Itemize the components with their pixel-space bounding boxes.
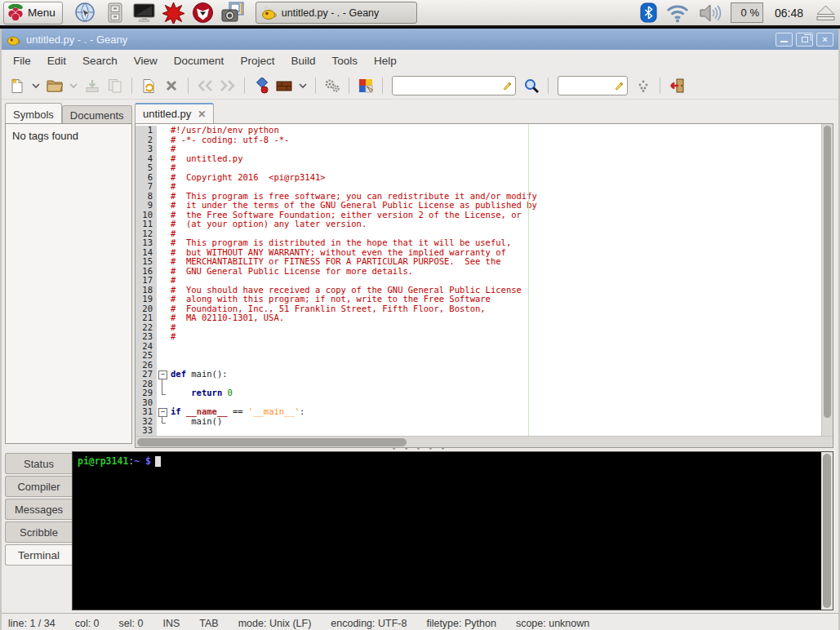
goto-line-button[interactable] <box>633 74 654 97</box>
file-manager-launcher[interactable] <box>100 1 130 25</box>
color-chooser-button[interactable] <box>355 74 376 97</box>
terminal[interactable]: pi@rp3141:~ $ <box>73 452 821 610</box>
menu-tools[interactable]: Tools <box>323 51 366 70</box>
menu-file[interactable]: File <box>5 51 39 70</box>
open-file-button[interactable] <box>44 74 65 97</box>
panel-tab-status[interactable]: Status <box>5 453 72 474</box>
code-line: 2# -*- coding: utf-8 -*- <box>136 135 821 145</box>
code-line: 31if __name__ == '__main__': <box>136 407 821 417</box>
close-file-icon <box>164 78 179 93</box>
nav-back-icon <box>196 78 214 93</box>
nav-forward-button[interactable] <box>217 74 238 97</box>
close-button[interactable]: × <box>816 33 833 47</box>
save-button[interactable] <box>82 74 103 97</box>
build-button[interactable] <box>273 74 295 97</box>
code-text: # GNU General Public License for more de… <box>167 267 413 277</box>
fold-margin <box>157 426 167 436</box>
taskbar-window-button[interactable]: untitled.py - . - Geany <box>256 2 417 24</box>
clear-icon[interactable] <box>501 80 513 91</box>
search-button[interactable] <box>521 74 542 97</box>
code-text: # untitled.py <box>167 154 243 164</box>
screenshot-launcher[interactable] <box>218 1 247 25</box>
titlebar[interactable]: untitled.py - . - Geany × <box>2 29 838 50</box>
wolfram-launcher[interactable] <box>189 1 218 25</box>
line-number: 4 <box>136 154 157 164</box>
cpu-usage-monitor[interactable]: 0 % <box>731 2 763 23</box>
terminal-scrollbar[interactable] <box>821 452 833 610</box>
scrollbar-thumb[interactable] <box>823 454 831 608</box>
menu-view[interactable]: View <box>126 51 166 70</box>
line-number: 2 <box>136 135 157 145</box>
line-number: 27 <box>136 370 157 379</box>
line-number: 13 <box>136 238 157 248</box>
execute-button[interactable] <box>322 74 343 97</box>
code-line: 33 <box>136 426 821 436</box>
menu-build[interactable]: Build <box>282 51 323 70</box>
fold-margin <box>157 201 167 211</box>
panel-splitter[interactable]: • • • • • <box>2 444 838 451</box>
close-file-button[interactable] <box>161 74 182 97</box>
message-window: StatusCompilerMessagesScribbleTerminal p… <box>2 451 838 610</box>
panel-tab-messages[interactable]: Messages <box>5 499 72 520</box>
fold-margin <box>157 257 167 267</box>
scrollbar-thumb[interactable] <box>824 126 831 418</box>
fold-margin <box>157 351 167 361</box>
wifi-icon[interactable] <box>665 3 690 23</box>
tab-close-icon[interactable]: ✕ <box>198 109 206 120</box>
eject-icon[interactable] <box>815 3 837 22</box>
fold-margin[interactable] <box>157 407 167 417</box>
code-editor[interactable]: 1#!/usr/bin/env python2# -*- coding: utf… <box>136 124 821 436</box>
fold-margin <box>157 332 167 342</box>
fold-margin[interactable] <box>157 370 167 379</box>
fold-margin <box>157 144 167 154</box>
web-browser-launcher[interactable] <box>71 1 100 25</box>
line-number: 21 <box>136 313 157 323</box>
build-dropdown[interactable] <box>296 74 309 97</box>
open-file-dropdown[interactable] <box>67 74 80 97</box>
sidebar-tab-documents[interactable]: Documents <box>62 105 132 123</box>
fold-margin <box>157 313 167 323</box>
search-input[interactable] <box>392 76 516 95</box>
code-text: return 0 <box>167 388 233 398</box>
new-file-dropdown[interactable] <box>29 74 42 97</box>
geany-icon <box>261 6 278 20</box>
menu-help[interactable]: Help <box>366 51 405 70</box>
panel-tab-terminal[interactable]: Terminal <box>5 544 72 566</box>
editor-vertical-scrollbar[interactable] <box>821 124 833 436</box>
nav-back-button[interactable] <box>194 74 216 97</box>
line-number: 31 <box>136 407 157 417</box>
menu-project[interactable]: Project <box>232 51 282 70</box>
terminal-prompt-segment: pi@rp3141 <box>78 455 128 467</box>
goto-line-field-wrap <box>558 76 628 95</box>
fold-margin <box>157 192 167 202</box>
fold-margin <box>157 276 167 286</box>
panel-tab-compiler[interactable]: Compiler <box>5 476 72 497</box>
quit-icon <box>669 78 685 94</box>
splitter-handle[interactable]: • • • • • <box>393 446 447 450</box>
toolbar-separator <box>382 78 383 94</box>
tab-untitled-py[interactable]: untitled.py ✕ <box>135 103 214 123</box>
sidebar-tab-symbols[interactable]: Symbols <box>5 103 62 123</box>
code-line: 11# (at your option) any later version. <box>136 220 821 229</box>
quit-button[interactable] <box>666 74 687 97</box>
menu-search[interactable]: Search <box>74 51 126 70</box>
menu-button[interactable]: Menu <box>3 2 63 24</box>
build-icon <box>275 78 293 93</box>
minimize-button[interactable] <box>776 33 793 47</box>
clear-icon[interactable] <box>613 80 624 91</box>
panel-tab-scribble[interactable]: Scribble <box>5 521 72 543</box>
reload-button[interactable] <box>138 74 159 97</box>
menu-document[interactable]: Document <box>166 51 233 70</box>
bluetooth-icon[interactable] <box>640 2 657 24</box>
color-chooser-icon <box>358 78 374 94</box>
code-line: 6# Copyright 2016 <pi@rp3141> <box>136 173 821 183</box>
terminal-launcher[interactable] <box>130 1 159 25</box>
mathematica-launcher[interactable] <box>159 1 189 25</box>
menu-edit[interactable]: Edit <box>39 51 74 70</box>
volume-icon[interactable] <box>698 2 722 24</box>
compile-button[interactable] <box>251 74 272 97</box>
status-item: INS <box>162 618 180 629</box>
maximize-button[interactable] <box>796 33 813 47</box>
save-all-button[interactable] <box>104 74 126 97</box>
new-file-button[interactable] <box>7 74 28 97</box>
